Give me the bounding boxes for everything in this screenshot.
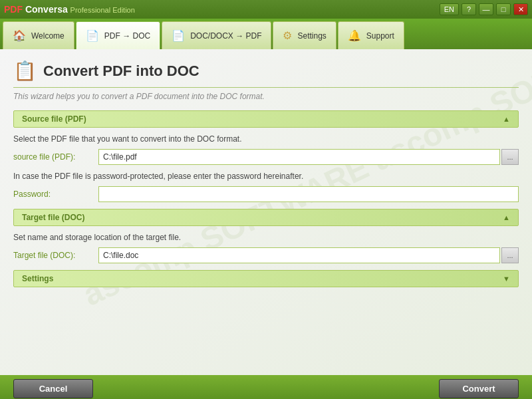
settings-section-label: Settings [22, 274, 53, 283]
target-collapse-icon: ▲ [503, 213, 510, 221]
bottom-bar: Cancel Convert [0, 375, 532, 399]
maximize-button[interactable]: □ [496, 3, 511, 15]
settings-section-header[interactable]: Settings ▼ [13, 270, 519, 287]
password-input[interactable] [98, 186, 519, 202]
source-file-input-wrap: ... [98, 149, 519, 165]
gear-icon: ⚙ [283, 29, 292, 42]
source-browse-button[interactable]: ... [501, 149, 519, 165]
close-button[interactable]: ✕ [513, 3, 528, 15]
password-row: Password: [13, 186, 519, 202]
page-title-row: 📋 Convert PDF into DOC [13, 60, 519, 88]
tab-settings-label: Settings [297, 31, 326, 41]
source-section-label: Source file (PDF) [22, 114, 86, 124]
main-content: ascomp SOFTWARE ascomp SOFTWARE 📋 Conver… [0, 49, 532, 375]
target-section-header[interactable]: Target file (DOC) ▲ [13, 209, 519, 226]
tab-support[interactable]: 🔔 Support [338, 21, 404, 49]
source-collapse-icon: ▲ [503, 115, 510, 123]
tab-welcome[interactable]: 🏠 Welcome [3, 21, 74, 49]
convert-button[interactable]: Convert [439, 379, 519, 398]
page-subtitle: This wizard helps you to convert a PDF d… [13, 92, 519, 101]
page-title: Convert PDF into DOC [43, 63, 200, 80]
source-desc: Select the PDF file that you want to con… [13, 134, 519, 144]
page-title-icon: 📋 [13, 60, 37, 82]
support-icon: 🔔 [348, 29, 361, 42]
title-bar-left: PDF Conversa Professional Edition [4, 4, 135, 15]
doc-to-pdf-icon: 📄 [172, 29, 185, 42]
source-section-header[interactable]: Source file (PDF) ▲ [13, 110, 519, 128]
tab-welcome-label: Welcome [31, 31, 65, 41]
lang-button[interactable]: EN [440, 3, 459, 15]
tab-pdf-to-doc[interactable]: 📄 PDF → DOC [76, 21, 160, 49]
password-input-wrap [98, 186, 519, 202]
source-file-label: source file (PDF): [13, 152, 93, 162]
cancel-button[interactable]: Cancel [13, 379, 93, 398]
home-icon: 🏠 [13, 29, 26, 42]
tab-doc-to-pdf-label: DOC/DOCX → PDF [190, 31, 261, 41]
tab-settings[interactable]: ⚙ Settings [273, 21, 336, 49]
target-desc: Set name and storage location of the tar… [13, 233, 519, 242]
target-file-input-wrap: ... [98, 247, 519, 263]
title-bar-controls: EN ? — □ ✕ [440, 3, 528, 15]
password-label: Password: [13, 190, 93, 199]
tab-doc-to-pdf[interactable]: 📄 DOC/DOCX → PDF [162, 21, 271, 49]
content-area: 📋 Convert PDF into DOC This wizard helps… [13, 60, 519, 287]
help-button[interactable]: ? [462, 3, 476, 15]
settings-collapse-icon: ▼ [503, 275, 510, 283]
title-bar: PDF Conversa Professional Edition EN ? —… [0, 0, 532, 19]
app-title: PDF Conversa Professional Edition [4, 4, 135, 15]
tab-pdf-to-doc-label: PDF → DOC [104, 31, 150, 41]
doc-icon-nav: 📄 [86, 29, 99, 42]
target-section-label: Target file (DOC) [22, 213, 84, 222]
source-file-input[interactable] [98, 149, 500, 165]
nav-bar: 🏠 Welcome 📄 PDF → DOC 📄 DOC/DOCX → PDF ⚙… [0, 19, 532, 49]
target-file-input[interactable] [98, 247, 500, 263]
target-file-label: Target file (DOC): [13, 251, 93, 260]
password-note: In case the PDF file is password-protect… [13, 172, 519, 181]
tab-support-label: Support [366, 31, 394, 41]
target-browse-button[interactable]: ... [501, 247, 519, 263]
target-file-row: Target file (DOC): ... [13, 247, 519, 263]
source-file-row: source file (PDF): ... [13, 149, 519, 165]
minimize-button[interactable]: — [479, 3, 493, 15]
